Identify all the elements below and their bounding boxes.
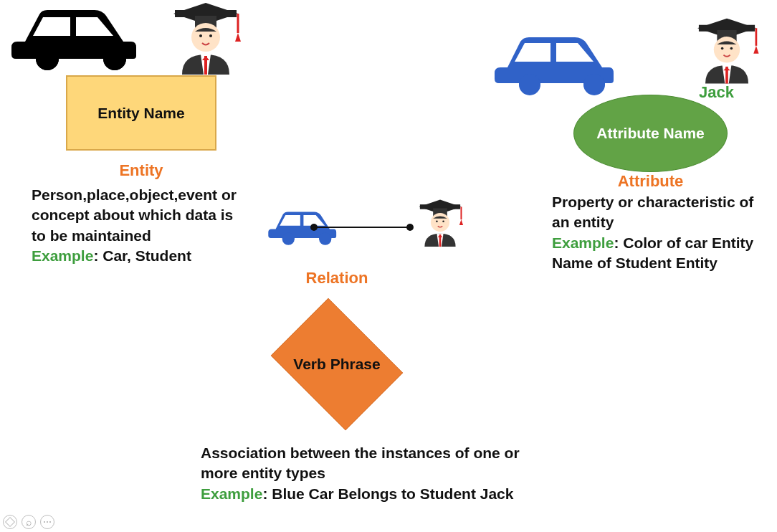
svg-point-12 bbox=[583, 74, 605, 95]
svg-marker-27 bbox=[459, 219, 463, 225]
relation-example-label: Example bbox=[201, 485, 262, 502]
car-icon bbox=[7, 0, 140, 72]
relation-description: Association between the instances of one… bbox=[201, 443, 559, 504]
entity-description: Person,place,object,event or concept abo… bbox=[32, 185, 247, 266]
svg-point-1 bbox=[103, 47, 126, 70]
car-icon bbox=[492, 29, 617, 98]
attribute-name-ellipse: Attribute Name bbox=[573, 95, 728, 172]
svg-point-31 bbox=[442, 220, 444, 222]
entity-name-text: Entity Name bbox=[97, 105, 184, 122]
relation-connector-line bbox=[314, 227, 410, 228]
attribute-example-label: Example bbox=[552, 234, 614, 251]
entity-title: Entity bbox=[66, 161, 216, 180]
svg-point-11 bbox=[519, 74, 540, 95]
svg-point-8 bbox=[199, 34, 202, 37]
svg-marker-5 bbox=[235, 33, 241, 42]
entity-example-text: : Car, Student bbox=[93, 247, 191, 264]
zoom-button[interactable] bbox=[22, 515, 36, 529]
attribute-title: Attribute bbox=[573, 172, 728, 191]
relation-verb-diamond: Verb Phrase bbox=[272, 300, 401, 429]
student-icon bbox=[166, 0, 245, 82]
entity-description-text: Person,place,object,event or concept abo… bbox=[32, 186, 237, 244]
more-button[interactable] bbox=[40, 515, 54, 529]
svg-point-30 bbox=[436, 220, 438, 222]
student-icon bbox=[414, 198, 466, 252]
attribute-student-name: Jack bbox=[699, 83, 734, 102]
attribute-description: Property or characteristic of an entity … bbox=[552, 192, 767, 273]
pen-button[interactable] bbox=[3, 515, 17, 529]
svg-point-29 bbox=[431, 213, 449, 232]
relation-title: Relation bbox=[251, 269, 423, 288]
entity-name-box: Entity Name bbox=[66, 75, 216, 151]
relation-example-text: : Blue Car Belongs to Student Jack bbox=[262, 485, 513, 502]
svg-point-7 bbox=[191, 23, 220, 52]
attribute-name-text: Attribute Name bbox=[596, 125, 705, 142]
relation-diamond-text: Verb Phrase bbox=[293, 355, 380, 373]
svg-point-18 bbox=[714, 37, 740, 62]
svg-marker-16 bbox=[753, 46, 758, 54]
svg-point-0 bbox=[36, 47, 59, 70]
presentation-corner-toolbar bbox=[3, 515, 54, 529]
svg-point-22 bbox=[282, 233, 295, 245]
attribute-description-text: Property or characteristic of an entity bbox=[552, 194, 753, 230]
svg-point-20 bbox=[730, 47, 733, 50]
svg-point-23 bbox=[319, 233, 331, 245]
svg-point-9 bbox=[209, 34, 212, 37]
entity-example-label: Example bbox=[32, 247, 93, 264]
svg-point-19 bbox=[721, 47, 724, 50]
student-icon bbox=[691, 16, 763, 90]
relation-description-text: Association between the instances of one… bbox=[201, 445, 520, 481]
